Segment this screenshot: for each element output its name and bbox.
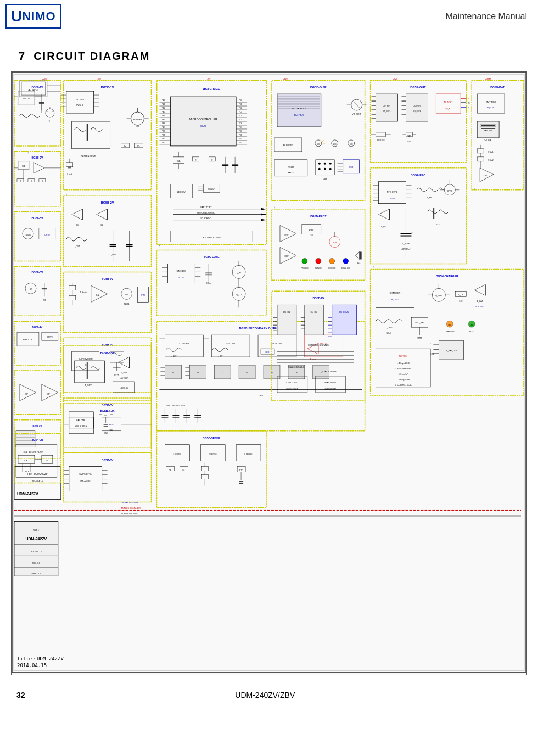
svg-text:XTAL: XTAL [177, 160, 181, 163]
svg-text:I SENSE: I SENSE [173, 453, 181, 455]
svg-text:MOSFET: MOSFET [133, 118, 142, 121]
svg-text:SMPS CTRL: SMPS CTRL [79, 473, 92, 475]
svg-text:GND: GND [104, 432, 108, 434]
svg-text:C_OUT: C_OUT [110, 254, 117, 256]
svg-text:C snub: C snub [67, 173, 72, 176]
svg-text:PC1: PC1 [239, 103, 242, 105]
svg-text:CMP: CMP [484, 175, 487, 177]
svg-text:CX: CX [46, 460, 48, 462]
svg-text:+12V OUT: +12V OUT [179, 342, 189, 345]
svg-text:Rs: Rs [137, 145, 140, 148]
circuit-diagram-svg: AC INPUT BG58-1V BRIDGE L1 [12, 72, 526, 675]
svg-text:PWM CTRL: PWM CTRL [23, 339, 33, 341]
svg-text:LED: LED [317, 143, 321, 145]
svg-text:T_SBY: T_SBY [85, 384, 92, 387]
svg-text:431: 431 [125, 294, 128, 296]
svg-text:R divider: R divider [80, 291, 88, 293]
svg-text:+5V: +5V [207, 78, 211, 80]
svg-text:-: - [23, 394, 23, 396]
svg-text:BZ1: BZ1 [357, 262, 361, 264]
svg-text:DECOUPLING CAPS: DECOUPLING CAPS [167, 405, 186, 407]
svg-text:IR2110: IR2110 [179, 277, 184, 279]
svg-text:Q2: Q2 [30, 288, 32, 290]
svg-text:BATTERY: BATTERY [484, 130, 492, 132]
page-footer: 32 UDM-240ZV/ZBV [0, 686, 538, 704]
svg-text:PD3: PD3 [239, 142, 242, 144]
svg-text:PC7: PC7 [239, 126, 242, 128]
svg-text:D2: D2 [100, 224, 103, 226]
svg-text:POWER GROUND: POWER GROUND [121, 513, 138, 515]
svg-text:IC: IC [85, 364, 87, 366]
svg-text:2014.04.15: 2014.04.15 [31, 550, 42, 553]
svg-text:LDO: LDO [265, 351, 269, 354]
svg-text:+VCC: +VCC [42, 78, 47, 80]
svg-text:CMC: CMC [25, 460, 29, 462]
svg-text:7812: 7812 [109, 429, 113, 432]
svg-text:CN_OUT1: CN_OUT1 [383, 110, 391, 113]
svg-text:CN_BAT_OUT: CN_BAT_OUT [445, 350, 458, 352]
svg-text:LED: LED [333, 143, 337, 145]
svg-rect-317 [406, 94, 428, 121]
svg-text:USB: USB [349, 166, 354, 169]
svg-text:PA0: PA0 [162, 99, 165, 102]
svg-text:3. C in uF/pF: 3. C in uF/pF [399, 373, 408, 376]
svg-text:R_bat2: R_bat2 [488, 159, 494, 161]
svg-text:5. See BOM for details: 5. See BOM for details [395, 384, 412, 387]
svg-text:D_PFC: D_PFC [381, 226, 388, 228]
svg-text:+HV: +HV [97, 78, 102, 80]
svg-text:Rs: Rs [183, 469, 185, 471]
svg-text:UDM-242ZV: UDM-242ZV [26, 537, 47, 541]
svg-text:SHEET 1/1: SHEET 1/1 [31, 573, 41, 575]
svg-text:CONTROL SIGNALS: CONTROL SIGNALS [308, 344, 329, 346]
svg-text:+: + [23, 390, 24, 392]
svg-text:NTC_BAT: NTC_BAT [416, 322, 424, 324]
svg-text:CT1: CT1 [436, 223, 440, 225]
svg-point-293 [318, 163, 321, 165]
svg-text:BG5B-1V: BG5B-1V [101, 86, 114, 89]
svg-text:PB3: PB3 [162, 142, 165, 144]
svg-text:J2: J2 [197, 372, 199, 374]
svg-text:PA3: PA3 [162, 111, 165, 113]
svg-text:PD1: PD1 [239, 134, 242, 136]
svg-text:BQ24195: BQ24195 [487, 107, 495, 109]
svg-text:T1 MAIN XFMR: T1 MAIN XFMR [81, 155, 96, 158]
svg-text:PD0: PD0 [239, 130, 242, 132]
svg-text:OPTO: OPTO [44, 234, 50, 236]
svg-text:BL DRIVER: BL DRIVER [283, 144, 294, 147]
svg-text:REV: 1.0: REV: 1.0 [32, 562, 40, 564]
svg-text:L1: L1 [30, 122, 32, 125]
svg-point-295 [329, 163, 332, 165]
svg-text:T SENSE: T SENSE [244, 453, 253, 455]
svg-rect-263 [277, 94, 321, 127]
svg-text:BG5G-BAT: BG5G-BAT [490, 86, 505, 89]
svg-text:BG58-1V: BG58-1V [32, 86, 43, 89]
svg-text:TL431: TL431 [25, 234, 31, 236]
svg-text:L_5V: L_5V [218, 355, 223, 357]
svg-text:RS232: RS232 [288, 166, 294, 169]
section-title: CIRCUIT DIAGRAM [33, 50, 150, 63]
svg-text:PWR LED: PWR LED [301, 267, 309, 270]
svg-text:PA4: PA4 [162, 115, 165, 117]
svg-text:CN_OUT2: CN_OUT2 [413, 110, 421, 113]
svg-rect-453 [360, 251, 362, 259]
svg-text:CN1: CN1 [23, 451, 27, 453]
svg-text:NOTES:: NOTES: [399, 355, 407, 357]
svg-text:PC4: PC4 [239, 115, 242, 117]
svg-text:GND: GND [430, 353, 434, 355]
svg-text:BG5B-5V: BG5B-5V [102, 404, 114, 407]
svg-text:STR-A6069H: STR-A6069H [80, 480, 91, 483]
svg-text:FLT LED: FLT LED [315, 267, 322, 270]
svg-rect-621 [305, 305, 324, 335]
svg-text:BRIDGE: BRIDGE [23, 98, 30, 100]
svg-text:VREF: VREF [309, 229, 313, 231]
svg-text:CHARGING: CHARGING [445, 331, 455, 333]
svg-text:BG5D-PROT: BG5D-PROT [310, 215, 326, 218]
svg-text:GATE DRV: GATE DRV [177, 270, 187, 272]
svg-text:ADC INPUTS / GPIO: ADC INPUTS / GPIO [203, 237, 221, 239]
svg-text:AC LINE FILTER: AC LINE FILTER [29, 451, 44, 453]
svg-text:BG5B-2V: BG5B-2V [101, 201, 114, 204]
svg-point-298 [329, 168, 332, 170]
svg-text:+3V3: +3V3 [393, 78, 397, 80]
svg-text:BG5A-CN: BG5A-CN [32, 439, 43, 441]
svg-text:BG5C-MCU: BG5C-MCU [203, 87, 220, 91]
